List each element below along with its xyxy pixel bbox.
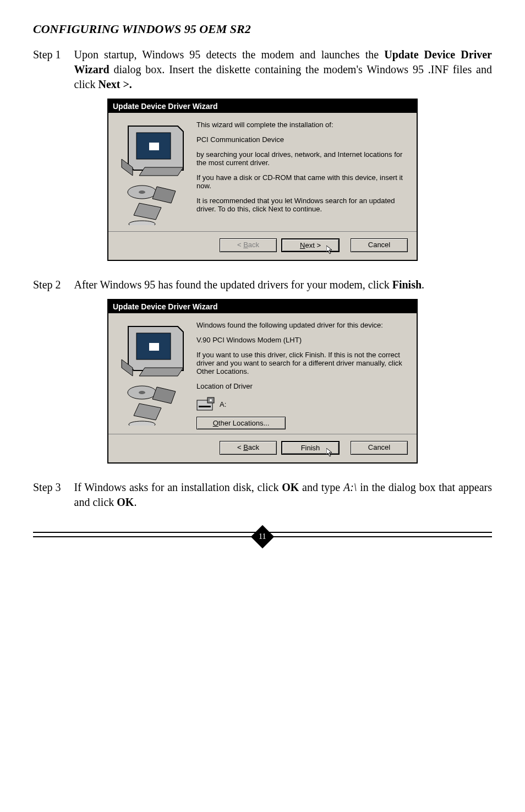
svg-rect-22	[199, 406, 211, 407]
dialog-body: This wizard will complete the installati…	[108, 113, 417, 231]
step-2-body: After Windows 95 has found the updated d…	[74, 277, 492, 292]
text-bold: OK	[282, 481, 299, 493]
dialog-text: If you want to use this driver, click Fi…	[196, 351, 408, 375]
device-name: PCI Communication Device	[196, 135, 408, 144]
svg-point-6	[139, 190, 145, 194]
svg-rect-2	[149, 143, 159, 150]
svg-marker-25	[326, 448, 332, 456]
btn-text: Finish	[301, 444, 320, 452]
dialog-2-wrap: Update Device Driver Wizard Windows fo	[33, 299, 492, 464]
dialog-text: If you have a disk or CD-ROM that came w…	[196, 173, 408, 190]
svg-marker-19	[134, 404, 161, 420]
text: dialog box. Insert the diskette containi…	[74, 63, 492, 90]
svg-point-24	[210, 399, 212, 401]
dialog-button-row: < Back Next > Cancel	[108, 231, 417, 260]
cancel-button[interactable]: Cancel	[351, 238, 408, 252]
step-1-label: Step 1	[33, 47, 61, 62]
btn-text: B	[243, 443, 248, 451]
wizard-illustration	[117, 321, 189, 429]
svg-marker-18	[152, 387, 176, 404]
svg-point-17	[139, 391, 145, 394]
dialog-content: Windows found the following updated driv…	[196, 321, 408, 429]
svg-marker-8	[134, 203, 161, 220]
other-locations-button[interactable]: Other Locations...	[196, 417, 286, 429]
svg-marker-4	[139, 167, 183, 176]
text-bold: Next >.	[98, 78, 132, 90]
dialog-content: This wizard will complete the installati…	[196, 121, 408, 227]
dialog-titlebar: Update Device Driver Wizard	[108, 300, 417, 313]
step-3-body: If Windows asks for an installation disk…	[74, 480, 492, 510]
svg-point-9	[129, 221, 155, 225]
text: Upon startup, Windows 95 detects the mod…	[74, 48, 385, 61]
cursor-icon	[326, 246, 335, 254]
step-3: Step 3 If Windows asks for an installati…	[33, 480, 492, 510]
text: If Windows asks for an installation disk…	[74, 481, 282, 493]
svg-point-20	[129, 421, 155, 426]
btn-text: ack	[248, 241, 259, 249]
wizard-illustration	[117, 121, 189, 227]
dialog-button-row: < Back Finish Cancel	[108, 434, 417, 462]
step-2: Step 2 After Windows 95 has found the up…	[33, 277, 492, 292]
text: and type	[299, 481, 343, 493]
step-2-label: Step 2	[33, 277, 61, 292]
computer-cd-icon	[117, 321, 189, 426]
page-number-wrap: 11	[33, 528, 492, 545]
device-name: V.90 PCI Windows Modem (LHT)	[196, 336, 408, 344]
update-driver-wizard-dialog: Update Device Driver Wizard Windows fo	[107, 299, 418, 464]
dialog-text: Windows found the following updated driv…	[196, 321, 408, 329]
section-heading: CONFIGURING WINDOWS 95 OEM SR2	[33, 22, 492, 36]
text-bold: Finish	[392, 279, 422, 291]
btn-text: <	[237, 443, 243, 451]
btn-text: ext >	[305, 241, 321, 249]
cursor-icon	[326, 448, 335, 457]
drive-letter: A:	[220, 400, 226, 408]
dialog-titlebar: Update Device Driver Wizard	[108, 100, 417, 113]
svg-marker-7	[152, 187, 176, 203]
page-number: 11	[259, 532, 266, 541]
svg-marker-10	[326, 246, 332, 254]
dialog-1-wrap: Update Device Driver Wizard This wizar	[33, 99, 492, 261]
step-3-label: Step 3	[33, 480, 61, 495]
text-italic: A:\	[343, 481, 357, 493]
btn-text: <	[237, 241, 243, 249]
dialog-text: This wizard will complete the installati…	[196, 121, 408, 129]
back-button: < Back	[220, 238, 277, 252]
update-driver-wizard-dialog: Update Device Driver Wizard This wizar	[107, 99, 418, 261]
dialog-text: It is recommended that you let Windows s…	[196, 197, 408, 213]
cancel-button[interactable]: Cancel	[351, 441, 408, 455]
step-1: Step 1 Upon startup, Windows 95 detects …	[33, 47, 492, 92]
text: .	[422, 279, 424, 291]
page-number-badge: 11	[251, 525, 274, 548]
btn-text: O	[213, 419, 218, 427]
finish-button[interactable]: Finish	[281, 441, 340, 455]
drive-location: A:	[196, 397, 408, 411]
text: After Windows 95 has found the updated d…	[74, 279, 392, 291]
dialog-text: by searching your local drives, network,…	[196, 150, 408, 167]
btn-text: ther Locations...	[218, 419, 270, 427]
svg-rect-13	[149, 343, 159, 351]
dialog-body: Windows found the following updated driv…	[108, 313, 417, 434]
floppy-drive-icon	[196, 397, 215, 411]
btn-text: N	[300, 241, 305, 249]
computer-cd-icon	[117, 121, 189, 225]
back-button[interactable]: < Back	[220, 441, 277, 455]
step-1-body: Upon startup, Windows 95 detects the mod…	[74, 47, 492, 92]
next-button[interactable]: Next >	[281, 238, 340, 252]
text-bold: OK	[117, 496, 134, 508]
svg-marker-15	[139, 368, 183, 376]
page-footer: 11	[33, 532, 492, 545]
btn-text: B	[243, 241, 248, 249]
dialog-text: Location of Driver	[196, 382, 408, 390]
btn-text: ack	[248, 443, 259, 451]
text: .	[134, 496, 136, 508]
